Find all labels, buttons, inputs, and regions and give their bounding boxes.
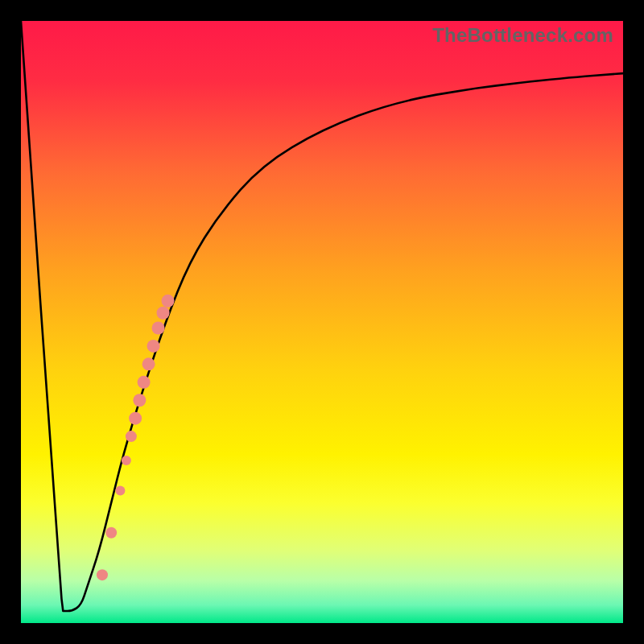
data-marker	[147, 340, 160, 353]
data-marker	[126, 431, 137, 442]
data-marker	[162, 295, 175, 308]
data-marker	[133, 394, 146, 407]
watermark-text: TheBottleneck.com	[432, 24, 613, 47]
data-marker	[115, 485, 125, 495]
curve-layer	[21, 21, 623, 623]
marker-group	[97, 295, 175, 580]
data-marker	[105, 527, 117, 539]
data-marker	[122, 456, 131, 465]
data-marker	[138, 376, 151, 389]
data-marker	[97, 569, 108, 580]
plot-area: TheBottleneck.com	[21, 21, 623, 623]
data-marker	[152, 321, 165, 334]
bottleneck-curve	[21, 21, 623, 611]
data-marker	[157, 307, 170, 320]
frame-border: TheBottleneck.com	[0, 0, 644, 644]
data-marker	[129, 412, 142, 425]
data-marker	[142, 357, 155, 370]
